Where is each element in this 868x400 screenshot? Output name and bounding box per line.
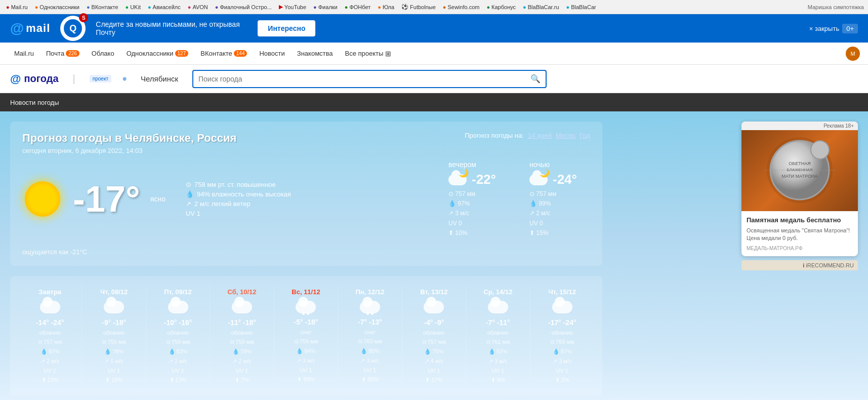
snow-icon (296, 299, 316, 315)
bookmark-item[interactable]: ● Sewinfo.com (441, 3, 482, 11)
bookmark-item[interactable]: ⚽ Futbolnыe (399, 3, 438, 11)
bookmark-item[interactable]: ● Карбонус (484, 3, 518, 11)
day-wind: ↗ 2 м/с (169, 358, 187, 365)
day-condition: облачно (487, 330, 509, 336)
forecast-day[interactable]: Чт, 08/12 -9° -18° облачно ⊙ 755 мм 💧 78… (82, 284, 146, 387)
bookmark-item[interactable]: ● UKit (123, 3, 143, 11)
day-pressure: ⊙ 761 мм (486, 339, 510, 345)
bookmark-item[interactable]: ● Авиасейлс (146, 3, 183, 11)
day-uv: UV 1 (300, 367, 312, 373)
forecast-day[interactable]: Ср, 14/12 -7° -11° облачно ⊙ 761 мм 💧 92… (466, 284, 530, 387)
pressure-icon: ⊙ (186, 181, 191, 188)
weather-card: Прогноз погоды в Челябинске, Россия сего… (10, 122, 602, 266)
evening-period: вечером 🌙 -22° ⊙ 757 мм 💧 97% (448, 161, 509, 238)
close-banner[interactable]: × закрыть 0+ (809, 24, 858, 33)
forecast-day[interactable]: Вс, 11/12 -5° -18° снег ⊙ 759 мм 💧 84% ↗… (274, 284, 338, 387)
weather-date: сегодня вторник, 6 декабря 2022, 14:03 (22, 147, 236, 154)
forecast-day[interactable]: Сб, 10/12 -11° -18° облачно ⊙ 759 мм 💧 7… (210, 284, 274, 387)
day-pressure: ⊙ 759 мм (166, 339, 190, 345)
forecast-year-link[interactable]: Год (580, 132, 590, 139)
qr-promo: Q S (60, 16, 86, 41)
nav-item-pochta[interactable]: Почта 226 (40, 43, 86, 65)
forecast-day[interactable]: Чт, 15/12 -17° -24° облачно ⊙ 769 мм 💧 9… (530, 284, 594, 387)
humidity-icon: 💧 (186, 190, 194, 198)
cloud-icon (104, 301, 124, 313)
bookmark-item[interactable]: ● Одноклассники (33, 3, 81, 11)
day-precip: ⬆ 7% (235, 377, 249, 383)
interesno-button[interactable]: Интересно (258, 20, 315, 36)
nav-item-mail[interactable]: Mail.ru (8, 43, 40, 65)
forecast-day[interactable]: Вт, 13/12 -4° -9° облачно ⊙ 757 мм 💧 75%… (402, 284, 466, 387)
pogoda-label: погода (24, 73, 58, 85)
forecast-day[interactable]: Пн, 12/12 -7° -13° снег ⊙ 760 мм 💧 80% ↗… (338, 284, 402, 387)
weather-title-group: Прогноз погоды в Челябинске, Россия сего… (22, 132, 236, 154)
day-wind: ↗ 2 м/с (232, 358, 251, 365)
day-precip: ⬆ 18% (105, 377, 122, 383)
svg-text:МАТИ МАТРОНА: МАТИ МАТРОНА (782, 174, 818, 179)
day-temps: -17° -24° (548, 318, 576, 327)
day-temps: -4° -9° (424, 318, 444, 327)
bookmark-item[interactable]: ● Фиалки (311, 3, 340, 11)
search-input[interactable] (198, 75, 530, 83)
news-bar: Новости погоды (0, 93, 868, 111)
day-pressure: ⊙ 759 мм (294, 338, 318, 345)
bookmark-item[interactable]: ● Mail.ru (4, 3, 30, 11)
day-precip: ⬆ 17% (425, 377, 442, 383)
forecast-month-link[interactable]: Месяц (556, 132, 575, 139)
bookmark-item[interactable]: ● ВКонтакте (85, 3, 120, 11)
day-wind: ↗ 4 м/с (425, 358, 443, 365)
day-precip: ⬆ 13% (170, 377, 187, 383)
bookmark-item[interactable]: ● AVON (186, 3, 210, 11)
projects-grid-icon: ⊞ (385, 50, 391, 58)
bookmark-item[interactable]: ● ФОНбет (343, 3, 373, 11)
day-wind: ↗ 3 м/с (360, 357, 379, 364)
nav-badge-ok: 127 (175, 50, 189, 57)
bookmark-item[interactable]: ● BlaBlaCar.ru (521, 3, 561, 11)
night-details: ⊙ 757 мм 💧 99% ↗ 2 м/с UV 0 ⬆ 15% (529, 189, 556, 238)
medal-svg: ОБЕТНАЯ БЛАЖЕННАЯ МАТИ МАТРОНА (764, 135, 835, 206)
weather-details: ⊙ 758 мм рт. ст. повышенное 💧 94% влажно… (186, 181, 291, 217)
nav-item-ok[interactable]: Одноклассники 127 (120, 43, 195, 65)
evening-temp: -22° (472, 172, 496, 187)
day-pressure: ⊙ 760 мм (358, 338, 382, 345)
search-icon[interactable]: 🔍 (530, 74, 541, 84)
mail-banner: @ mail Q S Следите за новыми письмами, н… (0, 14, 868, 43)
nav-item-oblako[interactable]: Облако (86, 43, 120, 65)
day-pressure: ⊙ 759 мм (230, 339, 254, 345)
bookmark-item[interactable]: ● Фиалочный Остро... (213, 3, 274, 11)
forecast-day[interactable]: Пт, 09/12 -10° -16° облачно ⊙ 759 мм 💧 8… (146, 284, 210, 387)
nav-item-news[interactable]: Новости (253, 43, 291, 65)
nav-item-dating[interactable]: Знакомства (291, 43, 339, 65)
day-label: Пн, 12/12 (355, 288, 384, 296)
night-icon: 🌙 (529, 174, 548, 185)
ad-source: МЕДАЛЬ-МАТРОНА.РФ (747, 246, 853, 251)
news-bar-label[interactable]: Новости погоды (10, 99, 59, 106)
cloud-icon (232, 301, 252, 313)
city-selector[interactable]: Челябинск (137, 72, 182, 85)
feels-like: ощущается как -21°C (22, 248, 590, 256)
day-pressure: ⊙ 769 мм (550, 339, 574, 345)
forecast-day[interactable]: Завтра -14° -24° облачно ⊙ 757 мм 💧 97% … (18, 284, 82, 387)
day-wind: ↗ 3 м/с (297, 357, 315, 364)
qr-badge: S (82, 15, 86, 21)
nav-item-vk[interactable]: ВКонтакте 144 (194, 43, 253, 65)
day-humidity: 💧 92% (488, 348, 508, 355)
bookmark-item[interactable]: ● BlaBlaCar (564, 3, 598, 11)
nav-avatar[interactable]: М (846, 47, 860, 61)
bookmark-item[interactable]: ● Юла (376, 3, 396, 11)
bookmark-item[interactable]: ▶ YouTube (277, 3, 308, 11)
mail-at-icon: @ (10, 20, 24, 36)
mail-text: mail (26, 22, 50, 35)
day-humidity: 💧 78% (232, 348, 252, 355)
weather-title: Прогноз погоды в Челябинске, Россия (22, 132, 236, 145)
day-temps: -7° -11° (486, 318, 510, 327)
nav-item-projects[interactable]: Все проекты ⊞ (339, 43, 398, 65)
forecast-days: Завтра -14° -24° облачно ⊙ 757 мм 💧 97% … (18, 284, 594, 387)
main-content: Прогноз погоды в Челябинске, Россия сего… (0, 111, 868, 400)
cloud-icon (168, 301, 188, 313)
day-uv: UV 1 (428, 368, 440, 374)
day-wind: ↗ 2 м/с (40, 358, 59, 365)
day-pressure: ⊙ 757 мм (422, 339, 446, 345)
day-label: Чт, 15/12 (549, 288, 576, 296)
forecast-14-link[interactable]: 14 дней (528, 132, 552, 139)
